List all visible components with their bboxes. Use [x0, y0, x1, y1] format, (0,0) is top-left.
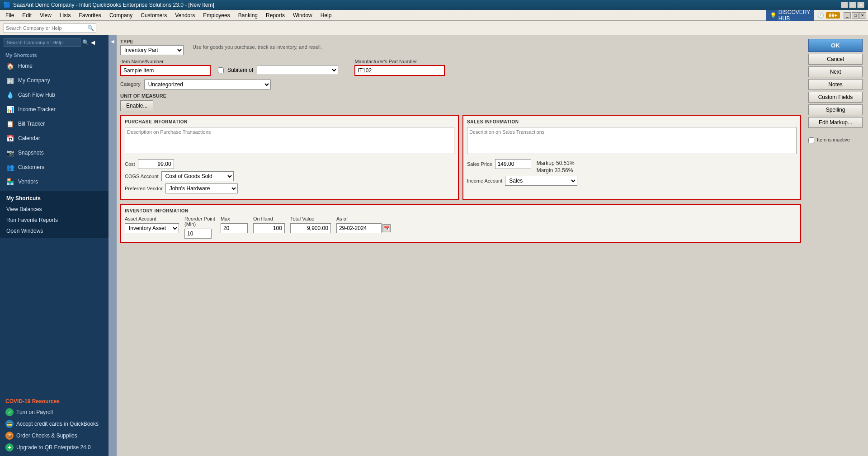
on-hand-label: On Hand: [253, 216, 285, 221]
subitem-select[interactable]: [257, 65, 338, 75]
menu-view[interactable]: View: [36, 11, 55, 19]
sidebar-item-income-tracker[interactable]: 📊 Income Tracker: [0, 102, 108, 117]
vendor-label: Preferred Vendor: [125, 186, 163, 191]
sidebar-cashflow-label: Cash Flow Hub: [18, 92, 55, 98]
sidebar-item-home[interactable]: 🏠 Home: [0, 59, 108, 73]
menu-help[interactable]: Help: [317, 11, 335, 19]
max-input[interactable]: [221, 223, 248, 233]
view-balances-label: View Balances: [6, 206, 42, 212]
item-inactive-row: Item is inactive: [808, 137, 864, 143]
ok-button[interactable]: OK: [808, 39, 863, 52]
mfr-input[interactable]: [354, 65, 445, 76]
asset-account-field-row: Inventory Asset: [125, 223, 179, 233]
inventory-section: INVENTORY INFORMATION Asset Account Inve…: [120, 204, 801, 243]
toolbar-search-input[interactable]: [6, 25, 87, 31]
reorder-min-input[interactable]: [184, 229, 212, 239]
upgrade-label: Upgrade to QB Enterprise 24.0: [16, 444, 91, 451]
menu-window[interactable]: Window: [289, 11, 316, 19]
asset-account-col: Asset Account Inventory Asset: [125, 216, 179, 233]
enable-button[interactable]: Enable...: [120, 100, 153, 111]
sidebar-bill-label: Bill Tracker: [18, 121, 45, 127]
cogs-select[interactable]: Cost of Goods Sold: [161, 171, 234, 181]
custom-fields-button[interactable]: Custom Fields: [808, 92, 863, 103]
toolbar-search-icon[interactable]: 🔍: [87, 25, 94, 31]
asset-account-select[interactable]: Inventory Asset: [125, 223, 179, 233]
menu-favorites[interactable]: Favorites: [75, 11, 105, 19]
type-select[interactable]: Inventory Part: [120, 45, 184, 55]
cancel-button[interactable]: Cancel: [808, 54, 863, 65]
sidebar-item-vendors[interactable]: 🏪 Vendors: [0, 174, 108, 189]
sidebar-item-calendar[interactable]: 📅 Calendar: [0, 131, 108, 146]
sidebar-collapse-icon[interactable]: ◀: [91, 39, 95, 46]
sidebar-collapse-button[interactable]: ◀: [108, 35, 117, 456]
calendar-button[interactable]: 📅: [382, 224, 391, 232]
menu-lists[interactable]: Lists: [56, 11, 75, 19]
cost-input[interactable]: [138, 159, 174, 169]
bill-icon: 📋: [5, 119, 14, 128]
item-inactive-checkbox[interactable]: [808, 137, 814, 143]
max-label: Max: [221, 216, 248, 221]
as-of-label: As of: [336, 216, 391, 221]
menu-banking[interactable]: Banking: [235, 11, 261, 19]
window-controls[interactable]: _ □ ✕: [841, 2, 864, 8]
as-of-input[interactable]: [336, 223, 382, 233]
discovery-hub-button[interactable]: 💡 DISCOVERYHUB: [766, 10, 814, 21]
purchase-section: PURCHASE INFORMATION Cost COGS Account C…: [120, 115, 459, 200]
spelling-button[interactable]: Spelling: [808, 104, 863, 115]
on-hand-input[interactable]: [253, 223, 285, 233]
sidebar-item-cash-flow[interactable]: 💧 Cash Flow Hub: [0, 88, 108, 102]
category-label: Category: [120, 81, 141, 87]
menu-employees[interactable]: Employees: [199, 11, 233, 19]
income-account-select[interactable]: Sales: [505, 176, 577, 186]
sidebar-item-bill-tracker[interactable]: 📋 Bill Tracker: [0, 117, 108, 131]
sidebar-item-my-company[interactable]: 🏢 My Company: [0, 73, 108, 88]
sub-restore-button[interactable]: □: [852, 12, 859, 19]
cost-label: Cost: [125, 161, 135, 167]
menu-file[interactable]: File: [2, 11, 18, 19]
sidebar-search-icon[interactable]: 🔍: [82, 39, 89, 46]
menu-edit[interactable]: Edit: [19, 11, 35, 19]
sidebar-company-label: My Company: [18, 77, 50, 84]
maximize-button[interactable]: □: [849, 2, 856, 8]
covid-item-payroll[interactable]: ✓ Turn on Payroll: [5, 406, 103, 418]
edit-markup-button[interactable]: Edit Markup...: [808, 117, 863, 128]
markup-label: Markup: [537, 160, 556, 166]
minimize-button[interactable]: _: [841, 2, 848, 8]
sub-close-button[interactable]: ✕: [859, 12, 866, 19]
covid-item-upgrade[interactable]: + Upgrade to QB Enterprise 24.0: [5, 442, 103, 453]
close-button[interactable]: ✕: [857, 2, 864, 8]
sidebar-open-windows[interactable]: Open Windows: [0, 226, 108, 236]
sidebar-item-customers[interactable]: 👥 Customers: [0, 160, 108, 174]
sidebar-run-reports[interactable]: Run Favorite Reports: [0, 215, 108, 226]
my-shortcuts-label: My Shortcuts: [0, 50, 108, 59]
sidebar-view-balances[interactable]: View Balances: [0, 204, 108, 215]
vendor-select[interactable]: John's Hardware: [165, 183, 238, 193]
sales-price-input[interactable]: [495, 159, 531, 169]
sidebar-snapshots-label: Snapshots: [18, 150, 44, 156]
menu-customers[interactable]: Customers: [137, 11, 170, 19]
toolbar-search-box[interactable]: 🔍: [4, 23, 96, 33]
menu-vendors[interactable]: Vendors: [171, 11, 198, 19]
menu-company[interactable]: Company: [106, 11, 136, 19]
next-button[interactable]: Next: [808, 66, 863, 77]
category-select[interactable]: Uncategorized: [144, 80, 271, 89]
notes-button[interactable]: Notes: [808, 79, 863, 90]
sidebar-search-input[interactable]: [4, 38, 80, 47]
subitem-checkbox[interactable]: [218, 67, 224, 73]
item-inactive-label: Item is inactive: [817, 137, 850, 142]
customers-icon: 👥: [5, 163, 14, 172]
sidebar-my-shortcuts[interactable]: My Shortcuts: [0, 193, 108, 204]
covid-item-checks[interactable]: 📦 Order Checks & Supplies: [5, 430, 103, 442]
menu-bar: File Edit View Lists Favorites Company C…: [0, 10, 868, 21]
sidebar-item-snapshots[interactable]: 📷 Snapshots: [0, 146, 108, 160]
sidebar-income-label: Income Tracker: [18, 106, 56, 113]
purchase-description[interactable]: [125, 127, 454, 154]
covid-item-credit-cards[interactable]: 💳 Accept credit cards in QuickBooks: [5, 418, 103, 430]
total-value-input[interactable]: [290, 223, 331, 233]
sales-description[interactable]: [467, 127, 797, 154]
sub-minimize-button[interactable]: _: [844, 12, 851, 19]
type-label: TYPE: [120, 39, 184, 44]
menu-reports[interactable]: Reports: [262, 11, 288, 19]
mfr-label: Manufacturer's Part Number: [354, 59, 445, 64]
item-name-input[interactable]: [120, 65, 211, 76]
